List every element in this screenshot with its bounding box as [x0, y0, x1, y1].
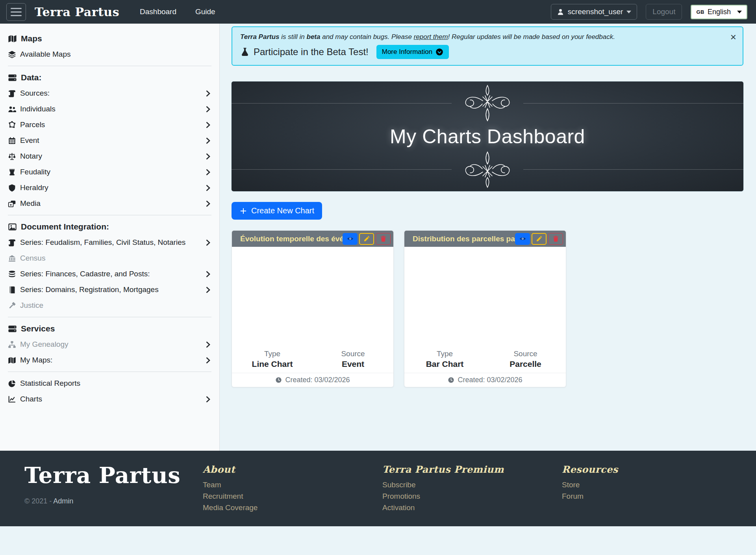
chess-rook-icon	[8, 168, 16, 176]
nav-link-dashboard[interactable]: Dashboard	[140, 7, 176, 16]
report-them-link[interactable]: report them	[414, 33, 448, 41]
eye-icon	[347, 235, 354, 242]
view-chart-button[interactable]	[515, 233, 530, 245]
nav-links: Dashboard Guide	[140, 7, 215, 16]
chart-card-header: Évolution temporelle des évén...	[232, 231, 393, 247]
footer-link-recruitment[interactable]: Recruitment	[203, 490, 382, 502]
delete-chart-button[interactable]	[376, 233, 391, 245]
chevron-right-icon	[206, 90, 211, 97]
sidebar-item-my-maps[interactable]: My Maps:	[0, 352, 219, 368]
sidebar-item-census: Census	[0, 250, 219, 266]
coins-icon	[8, 270, 16, 278]
alert-close-icon[interactable]: ×	[730, 32, 736, 42]
scroll-icon	[8, 89, 16, 98]
gavel-icon	[8, 302, 16, 310]
nav-link-guide[interactable]: Guide	[195, 7, 215, 16]
source-value: Parcelle	[485, 359, 566, 369]
chevron-right-icon	[206, 396, 211, 403]
footer-heading: Resources	[562, 464, 741, 475]
type-value: Line Chart	[232, 359, 313, 369]
view-chart-button[interactable]	[343, 233, 358, 245]
type-value: Bar Chart	[404, 359, 485, 369]
sidebar-item-series-feudalism[interactable]: Series: Feudalism, Families, Civil Statu…	[0, 235, 219, 250]
sidebar-item-available-maps[interactable]: Available Maps	[0, 46, 219, 62]
chart-card-meta: TypeLine Chart SourceEvent	[232, 346, 393, 373]
chart-card: Évolution temporelle des évén... TypeLin…	[232, 230, 394, 387]
create-new-chart-button[interactable]: Create New Chart	[232, 202, 322, 220]
users-icon	[8, 105, 16, 113]
sidebar-item-event[interactable]: Event	[0, 133, 219, 148]
footer-link-store[interactable]: Store	[562, 479, 741, 490]
sidebar-item-media[interactable]: Media	[0, 196, 219, 211]
chevron-right-icon	[206, 168, 211, 176]
sidebar-item-feudality[interactable]: Feudality	[0, 164, 219, 180]
sidebar-item-series-domains[interactable]: Series: Domains, Registration, Mortgages	[0, 282, 219, 298]
chevron-right-icon	[206, 200, 211, 207]
hero-ornament-bottom	[232, 151, 743, 189]
sidebar-divider	[8, 66, 211, 66]
delete-chart-button[interactable]	[548, 233, 563, 245]
language-name: English	[708, 8, 731, 16]
book-icon	[8, 286, 16, 294]
chart-cards-row: Évolution temporelle des évén... TypeLin…	[232, 230, 743, 387]
type-label: Type	[232, 350, 313, 358]
line-chart-icon	[8, 395, 16, 403]
admin-link[interactable]: Admin	[53, 497, 73, 505]
brand-logo[interactable]: Terra Partus	[35, 5, 119, 19]
chevron-right-icon	[206, 137, 211, 144]
sidebar-header-services: Services	[0, 321, 219, 337]
map-icon	[8, 34, 17, 43]
flask-icon	[240, 47, 250, 57]
trash-icon	[552, 235, 559, 242]
footer-link-team[interactable]: Team	[203, 479, 382, 490]
user-dropdown-button[interactable]: screenshot_user	[551, 4, 637, 20]
edit-chart-button[interactable]	[359, 233, 374, 245]
footer-link-media-coverage[interactable]: Media Coverage	[203, 502, 382, 513]
sidebar-divider	[8, 372, 211, 372]
chevron-right-icon	[206, 153, 211, 160]
sidebar-item-parcels[interactable]: Parcels	[0, 117, 219, 133]
pencil-icon	[363, 235, 370, 242]
hamburger-menu-button[interactable]	[6, 3, 26, 21]
footer-column-premium: Terra Partus Premium Subscribe Promotion…	[382, 464, 562, 526]
sidebar-item-my-genealogy[interactable]: My Genealogy	[0, 337, 219, 352]
footer-link-subscribe[interactable]: Subscribe	[382, 479, 562, 490]
logout-button[interactable]: Logout	[646, 4, 682, 20]
sidebar-item-sources[interactable]: Sources:	[0, 85, 219, 101]
beta-alert: Terra Partus is still in beta and may co…	[232, 26, 743, 66]
sidebar-item-statistical-reports[interactable]: Statistical Reports	[0, 376, 219, 391]
footer-heading: Terra Partus Premium	[382, 464, 562, 475]
language-code: GB	[696, 9, 704, 15]
beta-alert-message: Terra Partus is still in beta and may co…	[240, 33, 724, 41]
sidebar-item-heraldry[interactable]: Heraldry	[0, 180, 219, 196]
chart-card-title: Évolution temporelle des évén...	[240, 235, 343, 243]
person-icon	[557, 8, 564, 16]
sidebar-divider	[8, 317, 211, 317]
images-icon	[8, 222, 17, 231]
footer-link-promotions[interactable]: Promotions	[382, 490, 562, 502]
pencil-icon	[536, 235, 543, 242]
dashboard-hero-banner: My Charts Dashboard	[232, 81, 743, 191]
chevron-right-icon	[206, 239, 211, 246]
language-select[interactable]: GB English	[691, 5, 747, 19]
sidebar-item-series-finances[interactable]: Series: Finances, Cadastre, and Posts:	[0, 266, 219, 282]
edit-chart-button[interactable]	[532, 233, 547, 245]
sidebar-item-notary[interactable]: Notary	[0, 148, 219, 164]
chart-card-created: Created: 03/02/2026	[232, 373, 393, 387]
chart-card: Distribution des parcelles pa... TypeBar…	[404, 230, 566, 387]
hero-ornament-top	[232, 84, 743, 122]
top-navbar: Terra Partus Dashboard Guide screenshot_…	[0, 0, 756, 24]
footer-link-activation[interactable]: Activation	[382, 502, 562, 513]
sidebar-item-charts[interactable]: Charts	[0, 391, 219, 407]
eye-icon	[519, 235, 526, 242]
sidebar-item-individuals[interactable]: Individuals	[0, 101, 219, 117]
more-information-button[interactable]: More Information	[376, 45, 449, 59]
flourish-icon	[458, 151, 517, 189]
scroll-icon	[8, 239, 16, 247]
page-footer: Terra Partus © 2021 - Admin About Team R…	[0, 451, 756, 526]
footer-column-resources: Resources Store Forum	[562, 464, 741, 526]
calendar-icon	[8, 137, 16, 145]
footer-link-forum[interactable]: Forum	[562, 490, 741, 502]
layers-icon	[8, 50, 16, 59]
sidebar-divider	[8, 215, 211, 215]
